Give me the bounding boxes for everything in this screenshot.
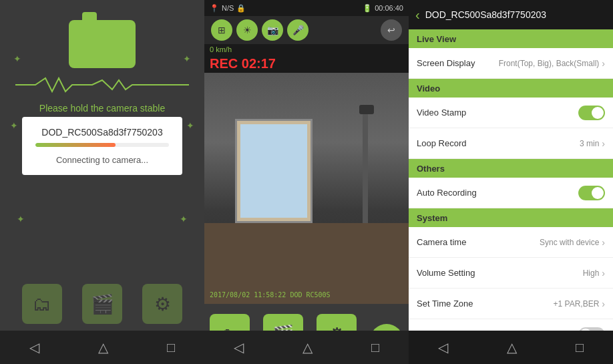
nav-bar-3: ◁ △ □ (409, 331, 613, 364)
nav-home-1[interactable]: △ (98, 339, 108, 355)
row-screen-display[interactable]: Screen Display Front(Top, Big), Back(Sma… (409, 48, 613, 79)
row-camera-time[interactable]: Camera time Sync with device › (409, 227, 613, 258)
chevron-time-zone: › (602, 299, 605, 309)
value-camera-time: Sync with device › (540, 237, 605, 248)
back-btn[interactable]: ↩ (381, 19, 402, 41)
nav-back-3[interactable]: ◁ (438, 339, 448, 355)
stable-instruction: Please hold the camera stable (39, 103, 165, 114)
bg-settings-icon: ⚙ (142, 284, 182, 324)
section-video: Video (409, 79, 613, 98)
section-others: Others (409, 159, 613, 178)
video-feed: 2017/08/02 11:58:22 DOD RC500S (204, 73, 409, 304)
nav-back-1[interactable]: ◁ (29, 339, 39, 355)
chevron-loop-record: › (602, 138, 605, 149)
nav-recent-2[interactable]: □ (371, 340, 379, 355)
header-title: DOD_RC500Sa8d3f7750203 (425, 9, 546, 20)
sparkle-5: ✦ (186, 120, 194, 131)
sparkle-4: ✦ (183, 53, 191, 64)
location-value: N/S (222, 4, 234, 12)
status-bar-2: 📍 N/S 🔒 🔋 00:06:40 (204, 0, 409, 16)
video-timestamp: 2017/08/02 11:58:22 DOD RC500S (210, 291, 331, 299)
speed-display: 0 km/h (204, 44, 409, 55)
chevron-volume-setting: › (602, 268, 605, 279)
row-auto-recording[interactable]: Auto Recording (409, 178, 613, 208)
label-loop-record: Loop Record (417, 138, 466, 148)
camera-on-tripod (359, 105, 374, 114)
value-time-zone: +1 PAR,BER › (554, 299, 605, 309)
camera-area: ⏻ Please hold the camera stable DOD_RC50… (0, 20, 204, 175)
location-icon: 📍 (210, 4, 219, 13)
label-screen-display: Screen Display (417, 58, 475, 68)
sparkle-6: ✦ (180, 214, 188, 224)
rec-display: REC 02:17 (204, 55, 409, 73)
row-volume-setting[interactable]: Volume Setting High › (409, 258, 613, 289)
nav-back-2[interactable]: ◁ (234, 339, 244, 355)
battery-icon: 🔋 (363, 4, 372, 13)
section-live-view: Live View (409, 29, 613, 48)
device-name-label: DOD_RC500Sa8d3f7750203 (35, 127, 169, 138)
chevron-screen-display: › (602, 58, 605, 69)
panel-connecting: ✦ ✦ ✦ ✦ ✦ ✦ ⏻ Please hold the camera sta… (0, 0, 204, 364)
toggle-auto-recording[interactable] (578, 186, 605, 200)
nav-home-3[interactable]: △ (507, 339, 517, 355)
row-time-zone[interactable]: Set Time Zone +1 PAR,BER › (409, 289, 613, 319)
progress-bar-bg (35, 143, 169, 147)
section-system: System (409, 208, 613, 227)
bg-video-icon: 🎬 (82, 284, 122, 324)
value-screen-display: Front(Top, Big), Back(Small) › (499, 58, 605, 69)
nav-home-2[interactable]: △ (302, 339, 313, 355)
sparkle-1: ✦ (13, 53, 21, 64)
camera-body: ⏻ (69, 20, 136, 68)
label-time-zone: Set Time Zone (417, 299, 473, 309)
toolbar-2: ⊞ ☀ 📷 🎤 ↩ (204, 16, 409, 44)
sparkle-3: ✦ (17, 214, 25, 224)
heartbeat-line (15, 75, 189, 95)
grid-icon-btn[interactable]: ⊞ (211, 19, 232, 41)
value-volume-setting: High › (583, 268, 605, 279)
monitor-screen (240, 124, 307, 218)
power-icon: ⏻ (91, 32, 113, 57)
header-back-btn[interactable]: ‹ (415, 7, 420, 23)
bg-action-icons: 🗂 🎬 ⚙ (0, 284, 204, 324)
progress-bar-fill (35, 143, 116, 147)
camera-mode-btn[interactable]: 📷 (262, 19, 283, 41)
lock-icon: 🔒 (236, 4, 246, 13)
status-right: 🔋 00:06:40 (363, 4, 403, 13)
nav-bar-2: ◁ △ □ (204, 331, 409, 364)
row-video-stamp[interactable]: Video Stamp (409, 98, 613, 128)
time-display: 00:06:40 (375, 4, 403, 12)
label-camera-time: Camera time (417, 237, 466, 247)
settings-content: Live View Screen Display Front(Top, Big)… (409, 29, 613, 331)
nav-recent-3[interactable]: □ (576, 340, 584, 355)
panel-recording: 📍 N/S 🔒 🔋 00:06:40 ⊞ ☀ 📷 🎤 ↩ 0 km/h REC … (204, 0, 409, 364)
settings-header: ‹ DOD_RC500Sa8d3f7750203 (409, 0, 613, 29)
row-speed-warning[interactable]: Speed Warning (409, 319, 613, 331)
label-auto-recording: Auto Recording (417, 188, 477, 198)
mic-btn[interactable]: 🎤 (287, 19, 309, 41)
nav-bar-1: ◁ △ □ (0, 331, 204, 364)
connecting-status: Connecting to camera... (35, 155, 169, 165)
toggle-speed-warning[interactable] (578, 327, 605, 331)
bg-gallery-icon: 🗂 (22, 284, 62, 324)
label-volume-setting: Volume Setting (417, 268, 475, 278)
toggle-video-stamp[interactable] (578, 106, 605, 120)
camera-icon-wrap: ⏻ (69, 20, 136, 68)
chevron-camera-time: › (602, 237, 605, 248)
panel-settings: ‹ DOD_RC500Sa8d3f7750203 Live View Scree… (409, 0, 613, 364)
value-loop-record: 3 min › (580, 138, 605, 149)
tripod (363, 108, 368, 223)
toolbar-icons: ⊞ ☀ 📷 🎤 (211, 19, 309, 41)
row-loop-record[interactable]: Loop Record 3 min › (409, 128, 613, 159)
label-video-stamp: Video Stamp (417, 108, 466, 118)
monitor (235, 119, 313, 223)
status-left: 📍 N/S 🔒 (210, 4, 246, 13)
connecting-box: DOD_RC500Sa8d3f7750203 Connecting to cam… (22, 117, 182, 175)
sparkle-2: ✦ (10, 120, 18, 131)
nav-recent-1[interactable]: □ (167, 340, 175, 355)
brightness-icon-btn[interactable]: ☀ (236, 19, 258, 41)
